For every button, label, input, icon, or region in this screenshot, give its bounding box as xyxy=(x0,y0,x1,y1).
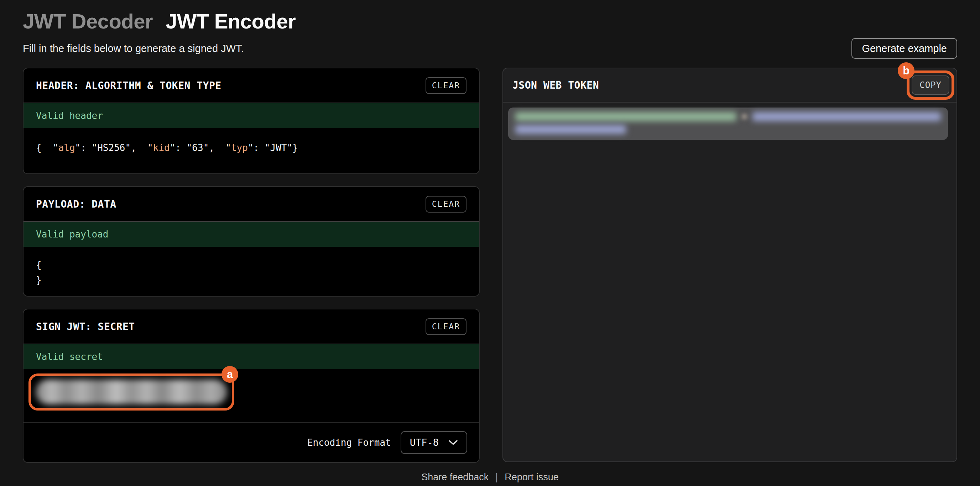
sign-editor-body: a xyxy=(24,369,479,422)
sign-card-title: SIGN JWT: SECRET xyxy=(36,321,135,332)
sign-clear-button[interactable]: CLEAR xyxy=(426,318,466,335)
jwt-panel-body xyxy=(503,103,956,140)
sign-status-valid: Valid secret xyxy=(24,343,479,369)
jwt-encoder-page: JWT Decoder JWT Encoder Fill in the fiel… xyxy=(0,0,980,483)
payload-card-head: PAYLOAD: DATA CLEAR xyxy=(24,187,479,221)
token-payload-segment xyxy=(752,112,941,121)
token-line-2 xyxy=(515,125,941,135)
report-issue-link[interactable]: Report issue xyxy=(504,472,559,483)
page-subtitle: Fill in the fields below to generate a s… xyxy=(23,43,244,54)
payload-editor-body: { } xyxy=(24,247,479,296)
token-line-1 xyxy=(515,112,941,121)
payload-card: PAYLOAD: DATA CLEAR Valid payload { } xyxy=(23,186,480,297)
sign-card-footer: Encoding Format UTF-8 xyxy=(24,422,479,462)
jwt-token-redacted xyxy=(508,108,948,140)
tab-jwt-decoder[interactable]: JWT Decoder xyxy=(23,9,153,33)
header-status-valid: Valid header xyxy=(24,103,479,128)
chevron-down-icon xyxy=(448,440,458,445)
payload-status-valid: Valid payload xyxy=(24,221,479,247)
token-separator-dot xyxy=(741,114,748,120)
secret-input-redacted[interactable] xyxy=(36,380,227,405)
tab-jwt-encoder[interactable]: JWT Encoder xyxy=(165,9,296,33)
annotation-highlight-b: COPY b xyxy=(907,70,955,100)
token-header-segment xyxy=(515,112,737,121)
jwt-output-panel: JSON WEB TOKEN COPY b xyxy=(503,68,957,462)
sign-card-head: SIGN JWT: SECRET CLEAR xyxy=(24,310,479,343)
header-card-head: HEADER: ALGORITHM & TOKEN TYPE CLEAR xyxy=(24,68,479,103)
encoding-format-value: UTF-8 xyxy=(410,437,439,448)
header-json-editor[interactable]: { "alg": "HS256", "kid": "63", "typ": "J… xyxy=(36,140,466,156)
header-editor-body: { "alg": "HS256", "kid": "63", "typ": "J… xyxy=(24,128,479,173)
encoding-format-select[interactable]: UTF-8 xyxy=(401,431,467,454)
header-card-title: HEADER: ALGORITHM & TOKEN TYPE xyxy=(36,80,221,92)
share-feedback-link[interactable]: Share feedback xyxy=(421,472,488,483)
editor-column: HEADER: ALGORITHM & TOKEN TYPE CLEAR Val… xyxy=(23,68,480,463)
annotation-badge-a: a xyxy=(221,366,238,383)
main-content: HEADER: ALGORITHM & TOKEN TYPE CLEAR Val… xyxy=(23,68,957,463)
footer-separator: | xyxy=(495,472,498,483)
jwt-panel-title: JSON WEB TOKEN xyxy=(512,79,599,91)
generate-example-button[interactable]: Generate example xyxy=(851,38,957,59)
sign-card: SIGN JWT: SECRET CLEAR Valid secret a En… xyxy=(23,309,480,463)
subtitle-row: Fill in the fields below to generate a s… xyxy=(23,38,957,59)
annotation-badge-b: b xyxy=(898,62,915,79)
encoding-format-label: Encoding Format xyxy=(307,437,391,448)
token-payload-segment-2 xyxy=(515,125,626,134)
header-card: HEADER: ALGORITHM & TOKEN TYPE CLEAR Val… xyxy=(23,68,480,174)
payload-card-title: PAYLOAD: DATA xyxy=(36,198,116,210)
header-clear-button[interactable]: CLEAR xyxy=(426,77,466,94)
jwt-panel-head: JSON WEB TOKEN COPY b xyxy=(503,68,956,103)
app-title-tabs: JWT Decoder JWT Encoder xyxy=(23,9,957,35)
payload-json-editor[interactable]: { } xyxy=(36,257,466,288)
payload-clear-button[interactable]: CLEAR xyxy=(426,196,466,213)
copy-button[interactable]: COPY xyxy=(912,75,950,95)
annotation-highlight-a: a xyxy=(29,373,234,411)
page-footer: Share feedback | Report issue xyxy=(23,472,957,483)
